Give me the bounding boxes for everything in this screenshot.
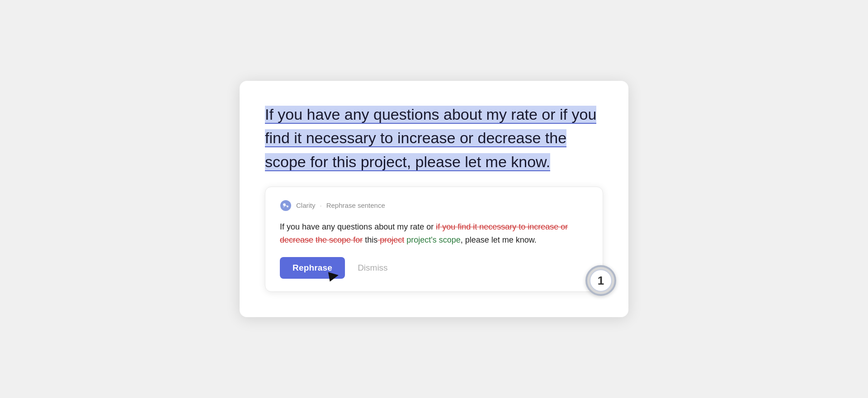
deleted-text-2: the scope for — [316, 235, 363, 244]
badge-count: 1 — [590, 269, 612, 292]
header-action-label: Rephrase sentence — [326, 201, 385, 209]
badge-circle: 1 — [585, 265, 616, 296]
body-part1: If you have any questions about my rate … — [280, 222, 436, 231]
added-text-1: project's scope — [404, 235, 461, 244]
selected-text-block: If you have any questions about my rate … — [265, 103, 603, 174]
suggestion-actions: Rephrase Dismiss — [280, 257, 588, 279]
body-part3: this — [363, 235, 377, 244]
suggestion-card: Clarity · Rephrase sentence If you have … — [265, 187, 603, 292]
highlighted-text: If you have any questions about my rate … — [265, 106, 596, 171]
dismiss-button[interactable]: Dismiss — [353, 257, 392, 279]
suggestion-body: If you have any questions about my rate … — [280, 220, 588, 247]
deleted-text-3: project — [377, 235, 404, 244]
rephrase-button[interactable]: Rephrase — [280, 257, 345, 279]
clarity-icon — [280, 200, 292, 211]
body-part4: , please let me know. — [461, 235, 537, 244]
header-dot: · — [320, 201, 322, 209]
main-card: If you have any questions about my rate … — [240, 81, 628, 318]
suggestion-header: Clarity · Rephrase sentence — [280, 200, 588, 211]
suggestion-footer: Rephrase Dismiss ▶ — [280, 257, 588, 279]
app-name-label: Clarity — [296, 201, 316, 209]
